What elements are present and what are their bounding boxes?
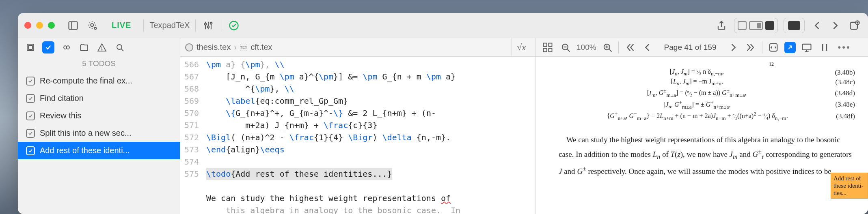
zoom-out-icon[interactable] <box>559 41 572 54</box>
math-snippet-button[interactable]: √x <box>512 38 531 56</box>
checkbox-icon <box>26 94 35 103</box>
svg-rect-21 <box>544 48 547 51</box>
nav-back-button[interactable] <box>810 19 824 32</box>
code-content[interactable]: \pm a} {\pm}, \\ [J_n, G_{m \pm a}^{\pm}… <box>203 57 535 214</box>
equation-tag: (3.48d) <box>835 89 855 97</box>
sync-editor-icon[interactable] <box>767 41 780 54</box>
search-icon[interactable] <box>114 41 126 54</box>
divider <box>143 19 144 32</box>
svg-point-8 <box>207 26 209 28</box>
svg-point-9 <box>210 22 212 24</box>
svg-point-2 <box>91 24 93 26</box>
outline-icon[interactable] <box>24 41 37 54</box>
engine-label[interactable]: TexpadTeX <box>149 21 190 30</box>
first-page-icon[interactable] <box>623 41 637 54</box>
layout-segmented-control[interactable] <box>734 18 778 33</box>
nav-forward-button[interactable] <box>828 19 842 32</box>
checkbox-icon <box>26 77 35 86</box>
todo-count-label: 5 TODOS <box>18 57 180 72</box>
divider <box>618 41 619 54</box>
breadcrumb-root: thesis.tex <box>196 43 231 52</box>
todo-item[interactable]: Add rest of these identi... <box>18 142 180 159</box>
svg-rect-14 <box>28 45 32 49</box>
last-page-icon[interactable] <box>744 41 758 54</box>
breadcrumb[interactable]: thesis.tex › TEX cft.tex <box>185 43 272 52</box>
equation-tag: (3.48b) <box>835 68 855 77</box>
live-indicator[interactable]: LIVE <box>112 21 131 30</box>
equalizer-icon[interactable] <box>201 19 215 32</box>
warnings-icon[interactable] <box>96 41 108 54</box>
divider <box>195 19 196 32</box>
minimize-window-button[interactable] <box>36 22 43 29</box>
layout-current[interactable] <box>765 21 774 30</box>
preview-fill-icon <box>788 21 800 30</box>
files-icon[interactable] <box>78 41 90 54</box>
todo-label: Split this into a new sec... <box>40 128 132 138</box>
svg-point-17 <box>117 45 122 49</box>
close-window-button[interactable] <box>24 22 31 29</box>
layout-editor-only[interactable] <box>738 21 747 30</box>
code-editor[interactable]: 566 567 568 569 570 571 572 573 574 575 … <box>180 57 535 214</box>
layout-split[interactable] <box>749 21 763 30</box>
svg-line-18 <box>121 49 123 51</box>
equation-row: [Ln, Jm] = −m Jm+n,(3.48c) <box>559 78 855 87</box>
target-ring-icon <box>185 43 193 51</box>
sidebar: 5 TODOS Re-compute the final ex...Find c… <box>18 38 180 214</box>
todo-label: Add rest of these identi... <box>40 146 130 155</box>
share-icon[interactable] <box>715 19 728 32</box>
sync-preview-active-icon[interactable] <box>784 42 796 53</box>
todo-item[interactable]: Review this <box>18 107 180 124</box>
more-icon[interactable]: ••• <box>836 42 853 53</box>
next-page-icon[interactable] <box>726 41 740 54</box>
preview-body[interactable]: 12[Jn, Jm] = c⁄3 n δn,−m,(3.48b)[Ln, Jm]… <box>536 57 868 214</box>
svg-line-29 <box>609 49 611 51</box>
equation-row: [Ln, G±m±a] = (n⁄2 − (m ± a)) G±n+m±a,(3… <box>559 88 855 98</box>
typeset-status-icon[interactable] <box>227 19 241 32</box>
fullscreen-window-button[interactable] <box>48 22 55 29</box>
tex-file-icon: TEX <box>240 44 247 51</box>
app-window: LIVE TexpadTeX <box>18 13 868 214</box>
todo-label: Find citation <box>40 94 84 103</box>
svg-point-3 <box>95 27 97 29</box>
todo-label: Re-compute the final ex... <box>40 76 132 86</box>
checkbox-icon <box>26 111 35 120</box>
equation-row: [Jn, Jm] = c⁄3 n δn,−m,(3.48b) <box>559 68 855 77</box>
todo-item[interactable]: Re-compute the final ex... <box>18 72 180 90</box>
present-icon[interactable] <box>800 41 814 54</box>
todo-label: Review this <box>40 111 81 120</box>
preview-toolbar: 100% Page 41 of 159 ••• <box>536 38 868 57</box>
settings-gear-icon[interactable] <box>86 19 99 32</box>
preview-pane: 100% Page 41 of 159 ••• 12[Jn, Jm] = c⁄3… <box>536 38 868 214</box>
svg-rect-22 <box>548 48 552 51</box>
new-tab-button[interactable] <box>848 19 862 32</box>
thumbnails-icon[interactable] <box>541 41 555 54</box>
svg-rect-19 <box>544 43 547 46</box>
editor-tabbar: thesis.tex › TEX cft.tex √x <box>180 38 535 57</box>
infinity-icon[interactable] <box>60 41 72 54</box>
todos-tab-active[interactable] <box>42 41 54 54</box>
svg-rect-0 <box>69 21 78 29</box>
preview-mode-button[interactable] <box>784 18 805 33</box>
equation-row: [Jn, G±m±a] = ± G±n+m±a,(3.48e) <box>559 99 855 110</box>
sidebar-toolbar <box>18 38 180 57</box>
sidebar-toggle-button[interactable] <box>66 19 80 32</box>
equation-tag: (3.48c) <box>835 78 855 86</box>
todo-list: Re-compute the final ex...Find citationR… <box>18 72 180 159</box>
preview-body-text: We can study the highest weight represen… <box>559 134 855 178</box>
todo-item[interactable]: Split this into a new sec... <box>18 124 180 142</box>
todo-item[interactable]: Find citation <box>18 90 180 107</box>
titlebar: LIVE TexpadTeX <box>18 13 868 38</box>
line-gutter: 566 567 568 569 570 571 572 573 574 575 <box>180 57 203 214</box>
todo-margin-note[interactable]: Add rest of these identi-ties... <box>831 173 868 199</box>
divider <box>221 19 221 32</box>
svg-point-7 <box>205 23 207 25</box>
equation-tag: (3.48e) <box>835 101 855 109</box>
checkbox-icon <box>26 146 35 155</box>
prev-page-icon[interactable] <box>641 41 654 54</box>
zoom-in-icon[interactable] <box>600 41 614 54</box>
editor-pane: thesis.tex › TEX cft.tex √x 566 567 568 … <box>180 38 536 214</box>
columns-icon[interactable] <box>818 41 831 54</box>
nav-arrows <box>810 19 842 32</box>
checkbox-icon <box>26 129 35 138</box>
divider <box>762 41 762 54</box>
